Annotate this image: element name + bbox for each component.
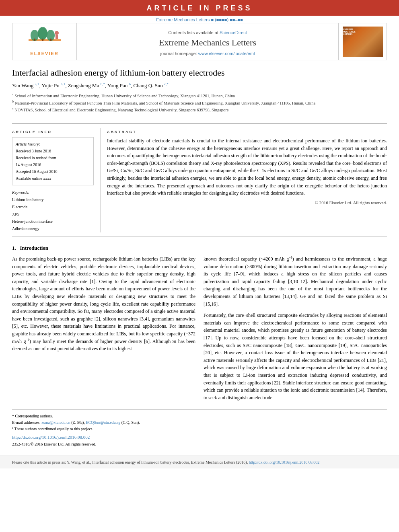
doi-link[interactable]: http://dx.doi.org/10.1016/j.eml.2016.08.…: [12, 435, 90, 440]
elsevier-tree-icon: [27, 27, 63, 49]
history-label: Article history:: [16, 141, 90, 148]
elsevier-text: ELSEVIER: [30, 51, 58, 56]
journal-homepage: journal homepage: www.elsevier.com/locat…: [160, 51, 255, 56]
journal-header: ELSEVIER Contents lists available at Sci…: [12, 23, 387, 60]
intro-col-1: As the promising back-up power source, r…: [12, 255, 195, 401]
article-in-press-banner: ARTICLE IN PRESS: [0, 0, 399, 16]
intro-text-2: known theoretical capacity (~4200 mAh g−…: [204, 255, 387, 308]
article-history-box: Article history: Received 3 June 2016 Re…: [12, 137, 94, 185]
section-number: 1.: [12, 245, 16, 251]
citation-doi-link[interactable]: http://dx.doi.org/10.1016/j.eml.2016.08.…: [249, 460, 320, 464]
affiliations: a School of Information and Electronic E…: [12, 92, 387, 113]
citation-text: Please cite this article in press as: Y.…: [12, 460, 248, 464]
thick-divider: [12, 123, 387, 124]
keyword-2: Electrode: [12, 203, 94, 211]
paper-section: Interfacial adhesion energy of lithium-i…: [12, 60, 387, 119]
svg-point-2: [38, 27, 47, 40]
sciencedirect-link[interactable]: ScienceDirect: [220, 30, 247, 35]
footnote-star-note: * Corresponding authors.: [12, 413, 387, 419]
svg-rect-6: [50, 39, 51, 41]
intro-text-3: Fortunately, the core–shell structured c…: [204, 312, 387, 401]
affiliation-b: b National-Provincial Laboratory of Spec…: [12, 99, 387, 106]
svg-rect-5: [42, 39, 43, 41]
footnote-doi: http://dx.doi.org/10.1016/j.eml.2016.08.…: [12, 434, 387, 441]
copyright-line: © 2016 Elsevier Ltd. All rights reserved…: [107, 200, 387, 205]
keywords-list: Lithium-ion battery Electrode XPS Hetero…: [12, 196, 94, 232]
section-title-text: Introduction: [20, 245, 49, 251]
elsevier-logo-area: ELSEVIER: [12, 23, 77, 60]
keyword-3: XPS: [12, 211, 94, 218]
keywords-section: Keywords: Lithium-ion battery Electrode …: [12, 190, 94, 232]
history-revised: Received in revised form14 August 2016: [16, 154, 90, 168]
introduction-section: 1. Introduction As the promising back-up…: [12, 245, 387, 401]
journal-thumbnail-area: EXTREMEMECHANICSLETTERS: [338, 23, 387, 60]
svg-point-7: [55, 31, 59, 35]
history-accepted: Accepted 16 August 2016: [16, 168, 90, 175]
footnote-issn: 2352-4316/© 2016 Elsevier Ltd. All right…: [12, 441, 387, 448]
journal-link[interactable]: Extreme Mechanics Letters ■ (■■■■) ■■–■■: [156, 17, 243, 22]
footnote-email: E-mail addresses: zsma@xtu.edu.cn (Z. Ma…: [12, 419, 387, 426]
keywords-label: Keywords:: [12, 190, 94, 195]
article-info-heading: ARTICLE INFO: [12, 130, 94, 134]
keyword-1: Lithium-ion battery: [12, 196, 94, 203]
journal-thumb-text: EXTREMEMECHANICSLETTERS: [343, 28, 356, 35]
history-received: Received 3 June 2016: [16, 148, 90, 154]
introduction-title: 1. Introduction: [12, 245, 387, 251]
homepage-link[interactable]: www.elsevier.com/locate/eml: [198, 51, 255, 56]
intro-columns: As the promising back-up power source, r…: [12, 255, 387, 401]
journal-thumbnail: EXTREMEMECHANICSLETTERS: [343, 27, 383, 57]
affiliation-c: c NOVITAS, School of Electrical and Elec…: [12, 106, 387, 113]
footnote-area: * Corresponding authors. E-mail addresse…: [12, 409, 387, 448]
intro-text-1: As the promising back-up power source, r…: [12, 255, 195, 353]
citation-bar: Please cite this article in press as: Y.…: [0, 456, 399, 468]
svg-rect-8: [56, 35, 58, 39]
footnote-equal-contrib: ¹ These authors contributed equally to t…: [12, 426, 387, 432]
keyword-4: Hetero-junction interface: [12, 218, 94, 225]
contents-available: Contents lists available at ScienceDirec…: [168, 30, 247, 35]
divider-2: [12, 236, 387, 237]
article-history: Article history: Received 3 June 2016 Re…: [16, 141, 90, 182]
main-content: Interfacial adhesion energy of lithium-i…: [0, 60, 399, 448]
abstract-column: ABSTRACT Interfacial stability of electr…: [101, 128, 387, 232]
article-info-column: ARTICLE INFO Article history: Received 3…: [12, 128, 101, 232]
email-link-1[interactable]: zsma@xtu.edu.cn: [41, 420, 70, 425]
abstract-heading: ABSTRACT: [107, 130, 387, 134]
journal-header-center: Contents lists available at ScienceDirec…: [77, 23, 338, 60]
email-link-2[interactable]: ECQSun@ntu.edu.sg: [86, 420, 120, 425]
journal-name: Extreme Mechanics Letters: [159, 37, 256, 48]
info-abstract-section: ARTICLE INFO Article history: Received 3…: [12, 128, 387, 232]
abstract-text: Interfacial stability of electrode mater…: [107, 137, 387, 197]
authors: Yan Wang a,1, Yujie Pu b,1, Zengsheng Ma…: [12, 82, 387, 89]
journal-link-line: Extreme Mechanics Letters ■ (■■■■) ■■–■■: [0, 16, 399, 23]
intro-col-2: known theoretical capacity (~4200 mAh g−…: [204, 255, 387, 401]
keyword-5: Adhesion energy: [12, 225, 94, 232]
paper-title: Interfacial adhesion energy of lithium-i…: [12, 68, 387, 78]
svg-rect-4: [34, 39, 35, 41]
elsevier-logo: ELSEVIER: [27, 27, 63, 56]
affiliation-a: a School of Information and Electronic E…: [12, 92, 387, 99]
history-online: Available online xxxx: [16, 175, 90, 182]
